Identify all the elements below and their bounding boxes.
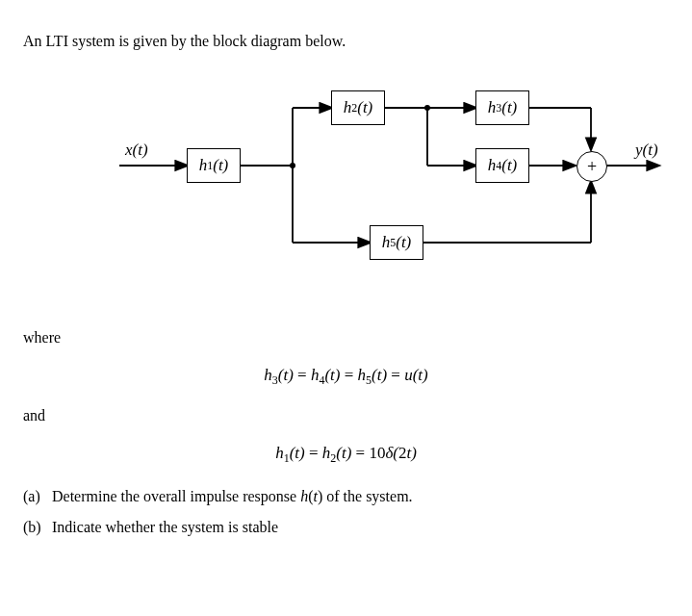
equation-1: h3(t) = h4(t) = h5(t) = u(t)	[23, 366, 669, 388]
output-label: y(t)	[635, 141, 658, 160]
intro-text: An LTI system is given by the block diag…	[23, 33, 669, 50]
block-h4: h4(t)	[475, 148, 529, 183]
equation-2: h1(t) = h2(t) = 10δ(2t)	[23, 444, 669, 466]
block-h2: h2(t)	[331, 90, 385, 125]
block-h1: h1(t)	[187, 148, 241, 183]
block-h3: h3(t)	[475, 90, 529, 125]
part-a-label: (a)	[23, 488, 48, 505]
and-text: and	[23, 407, 669, 424]
input-label: x(t)	[125, 141, 148, 160]
diagram-wires	[100, 69, 678, 300]
summing-junction: +	[577, 151, 607, 182]
part-b-text: Indicate whether the system is stable	[52, 519, 278, 535]
block-h5: h5(t)	[370, 225, 423, 260]
where-text: where	[23, 329, 669, 346]
sum-symbol: +	[587, 157, 597, 177]
parts-list: (a) Determine the overall impulse respon…	[23, 488, 669, 536]
part-b: (b) Indicate whether the system is stabl…	[23, 519, 669, 536]
part-a: (a) Determine the overall impulse respon…	[23, 488, 669, 505]
part-b-label: (b)	[23, 519, 48, 536]
block-diagram: x(t) y(t) h1(t) h2(t) h3(t) h4(t) h5(t) …	[100, 69, 678, 300]
